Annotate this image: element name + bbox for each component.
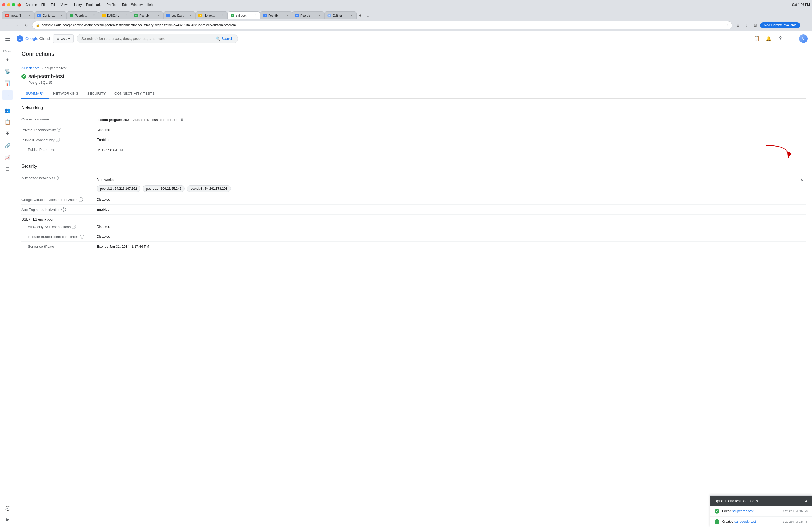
tab-title-peerdb4: Peerdb .. bbox=[301, 14, 316, 17]
field-label-server-cert: Server certificate bbox=[21, 244, 97, 249]
tab-peerdb2[interactable]: P Peerdb .. × bbox=[131, 11, 163, 19]
tab-close-logexp[interactable]: × bbox=[189, 14, 192, 17]
field-label-ssl-tls: SSL / TLS encryption bbox=[21, 217, 97, 221]
tab-gmail[interactable]: M Inbox (5 × bbox=[2, 11, 34, 19]
field-connection-name: Connection name custom-program-353117:us… bbox=[21, 115, 806, 125]
menu-help[interactable]: Help bbox=[147, 3, 154, 7]
google-cloud-logo[interactable]: G Google Cloud bbox=[16, 35, 50, 42]
tab-overflow-button[interactable]: ⌄ bbox=[364, 12, 372, 19]
menu-profiles[interactable]: Profiles bbox=[106, 3, 117, 7]
tab-saipee[interactable]: S sai-pee.. × bbox=[228, 11, 260, 19]
help-icon[interactable]: ? bbox=[775, 34, 785, 44]
tab-title-logexp: Log Exp.. bbox=[172, 14, 187, 17]
sidebar-item-expand[interactable]: ▶ bbox=[2, 514, 13, 525]
tab-title-gmail: Inbox (5 bbox=[11, 14, 26, 17]
extension-icon[interactable]: ⊞ bbox=[735, 21, 742, 29]
networks-collapse-button[interactable]: ∧ bbox=[798, 176, 806, 183]
menu-chrome[interactable]: Chrome bbox=[26, 3, 37, 7]
search-bar[interactable]: 🔍 Search bbox=[77, 34, 238, 44]
tab-close-gmail[interactable]: × bbox=[28, 14, 31, 17]
copy-public-ip-icon[interactable]: ⧉ bbox=[119, 148, 124, 152]
tab-close-editing[interactable]: × bbox=[350, 14, 354, 17]
url-bar[interactable]: 🔒 console.cloud.google.com/sql/instances… bbox=[32, 21, 732, 29]
tab-dais[interactable]: D DAIS24.. × bbox=[99, 11, 131, 19]
copy-connection-name-icon[interactable]: ⧉ bbox=[180, 117, 185, 122]
menu-window[interactable]: Window bbox=[131, 3, 143, 7]
more-menu-icon[interactable]: ⋮ bbox=[801, 21, 809, 29]
notifications-icon[interactable]: 🔔 bbox=[764, 34, 773, 44]
menu-history[interactable]: History bbox=[72, 3, 82, 7]
tab-summary[interactable]: SUMMARY bbox=[21, 89, 49, 99]
avatar[interactable]: U bbox=[799, 34, 808, 43]
tab-peerdb3[interactable]: P Peerdb .. × bbox=[260, 11, 292, 19]
field-public-ip-connectivity: Public IP connectivity ? Enabled bbox=[21, 135, 806, 145]
tab-peerdb4[interactable]: P Peerdb .. × bbox=[292, 11, 324, 19]
menu-file[interactable]: File bbox=[41, 3, 46, 7]
menu-edit[interactable]: Edit bbox=[51, 3, 56, 7]
tab-conf[interactable]: C Confere.. × bbox=[34, 11, 67, 19]
tab-home[interactable]: H Home /.. × bbox=[195, 11, 228, 19]
security-section-title: Security bbox=[21, 164, 806, 169]
hamburger-menu[interactable] bbox=[4, 34, 13, 43]
project-selector[interactable]: ⊞ test ▾ bbox=[53, 34, 74, 43]
tab-logexp[interactable]: L Log Exp.. × bbox=[163, 11, 195, 19]
sidebar-item-feedback[interactable]: 💬 bbox=[2, 503, 13, 514]
search-button[interactable]: 🔍 Search bbox=[216, 36, 233, 41]
help-trusted-certs-icon[interactable]: ? bbox=[80, 235, 84, 239]
bookmark-icon[interactable]: ☆ bbox=[726, 23, 729, 27]
menu-view[interactable]: View bbox=[61, 3, 68, 7]
tab-search-icon[interactable]: ⊡ bbox=[752, 21, 759, 29]
search-input[interactable] bbox=[81, 36, 214, 41]
sidebar-item-storage[interactable]: 🗄 bbox=[2, 129, 13, 139]
sidebar-item-network[interactable]: 🔗 bbox=[2, 140, 13, 151]
panel-link-edited[interactable]: sai-peerdb-test bbox=[732, 509, 753, 513]
sidebar-item-dashboard[interactable]: ⊞ bbox=[2, 54, 13, 65]
sidebar-item-more[interactable]: ☰ bbox=[2, 164, 13, 175]
panel-link-created[interactable]: sai-peerdb-test bbox=[735, 520, 756, 524]
help-ssl-only-icon[interactable]: ? bbox=[72, 225, 76, 229]
tab-networking[interactable]: NETWORKING bbox=[49, 89, 83, 99]
help-gcs-auth-icon[interactable]: ? bbox=[79, 197, 83, 202]
tab-security[interactable]: SECURITY bbox=[83, 89, 110, 99]
close-window-button[interactable] bbox=[2, 3, 5, 6]
download-icon[interactable]: ↓ bbox=[743, 21, 751, 29]
help-private-ip-icon[interactable]: ? bbox=[57, 128, 61, 132]
tab-close-peerdb2[interactable]: × bbox=[157, 14, 160, 17]
tab-close-peerdb1[interactable]: × bbox=[92, 14, 96, 17]
tab-connectivity-tests[interactable]: CONNECTIVITY TESTS bbox=[110, 89, 159, 99]
tab-close-home[interactable]: × bbox=[221, 14, 225, 17]
tab-peerdb1[interactable]: P Peerdb .. × bbox=[67, 11, 99, 19]
sidebar-item-monitor[interactable]: 📡 bbox=[2, 66, 13, 77]
tab-close-saipee[interactable]: × bbox=[253, 14, 257, 17]
help-app-engine-icon[interactable]: ? bbox=[61, 207, 66, 212]
menu-apple[interactable]: 🍎 bbox=[17, 3, 21, 7]
tab-close-peerdb3[interactable]: × bbox=[286, 14, 289, 17]
tab-close-peerdb4[interactable]: × bbox=[318, 14, 321, 17]
chrome-update-button[interactable]: New Chrome available bbox=[760, 22, 800, 28]
menu-bookmarks[interactable]: Bookmarks bbox=[86, 3, 102, 7]
tab-title-peerdb2: Peerdb .. bbox=[139, 14, 155, 17]
support-icon[interactable]: 📋 bbox=[752, 34, 762, 44]
tab-title-dais: DAIS24.. bbox=[107, 14, 123, 17]
settings-icon[interactable]: ⋮ bbox=[787, 34, 797, 44]
tab-close-dais[interactable]: × bbox=[124, 14, 128, 17]
help-public-ip-icon[interactable]: ? bbox=[56, 138, 60, 142]
sidebar-item-iam[interactable]: 👥 bbox=[2, 105, 13, 116]
reload-button[interactable]: ↻ bbox=[23, 21, 30, 29]
menu-tab[interactable]: Tab bbox=[122, 3, 127, 7]
sidebar-item-analytics[interactable]: 📊 bbox=[2, 78, 13, 89]
sidebar-item-logs[interactable]: 📋 bbox=[2, 117, 13, 127]
help-authorized-networks-icon[interactable]: ? bbox=[54, 176, 59, 180]
sidebar-item-reports[interactable]: 📈 bbox=[2, 152, 13, 163]
tab-editing[interactable]: E Editing × bbox=[324, 11, 357, 19]
forward-button[interactable]: → bbox=[13, 21, 20, 29]
breadcrumb-all-instances[interactable]: All instances bbox=[21, 66, 40, 70]
minimize-window-button[interactable] bbox=[7, 3, 10, 6]
sidebar-item-sql[interactable]: → bbox=[2, 90, 13, 100]
new-tab-button[interactable]: + bbox=[357, 12, 364, 19]
tab-close-conf[interactable]: × bbox=[60, 14, 64, 17]
logo-text: Google Cloud bbox=[25, 36, 50, 41]
panel-collapse-button[interactable]: ∧ bbox=[804, 498, 808, 503]
back-button[interactable]: ← bbox=[3, 21, 11, 29]
maximize-window-button[interactable] bbox=[12, 3, 15, 6]
